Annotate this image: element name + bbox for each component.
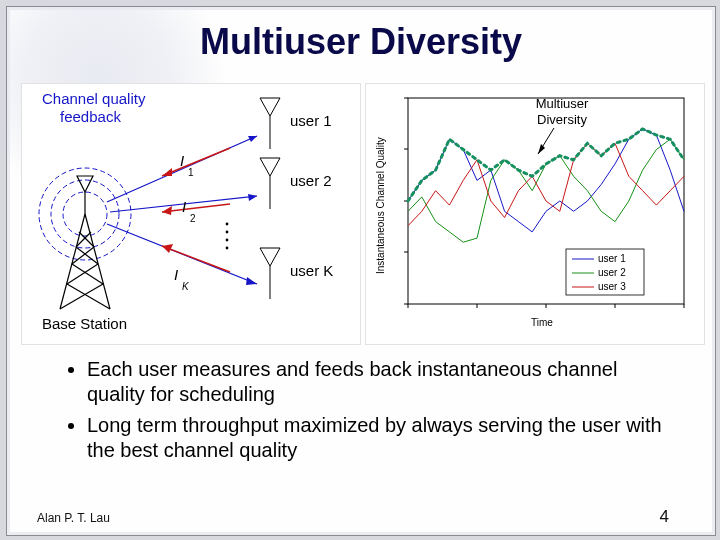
base-station-label: Base Station bbox=[42, 315, 127, 332]
bullet-1: Each user measures and feeds back instan… bbox=[87, 357, 671, 407]
user-2-label: user 2 bbox=[290, 172, 332, 189]
svg-line-20 bbox=[162, 246, 230, 272]
author-footer: Alan P. T. Lau bbox=[37, 511, 110, 525]
link-sub-2: 2 bbox=[190, 213, 196, 224]
svg-line-6 bbox=[162, 148, 230, 176]
slide: Multiuser Diversity Channel quality feed… bbox=[6, 6, 716, 536]
antenna-icon bbox=[260, 98, 280, 149]
link-label-k: I bbox=[174, 266, 178, 283]
user-1-label: user 1 bbox=[290, 112, 332, 129]
link-sub-k: K bbox=[182, 281, 190, 292]
svg-marker-21 bbox=[162, 244, 173, 253]
user-2-group: I 2 user 2 bbox=[110, 158, 332, 224]
x-ticks bbox=[408, 304, 684, 308]
svg-point-16 bbox=[226, 239, 229, 242]
svg-marker-7 bbox=[162, 168, 172, 176]
slide-title: Multiuser Diversity bbox=[7, 21, 715, 63]
annotation-arrowhead bbox=[538, 144, 545, 154]
series-user-3 bbox=[408, 143, 684, 225]
legend-1: user 1 bbox=[598, 253, 626, 264]
svg-marker-19 bbox=[246, 277, 257, 285]
annotation-line2: Diversity bbox=[537, 112, 587, 127]
y-axis-label: Instantaneous Channel Quality bbox=[375, 137, 386, 274]
x-axis-label: Time bbox=[531, 317, 553, 328]
svg-marker-10 bbox=[248, 194, 257, 201]
base-station-icon bbox=[39, 168, 131, 309]
left-diagram-svg: Channel quality feedback bbox=[22, 84, 360, 342]
figures-row: Channel quality feedback bbox=[21, 83, 703, 345]
right-chart-svg: Instantaneous Channel Quality Time Multi… bbox=[366, 84, 704, 342]
feedback-label-line2: feedback bbox=[60, 108, 121, 125]
legend: user 1 user 2 user 3 bbox=[566, 249, 644, 295]
left-diagram-panel: Channel quality feedback bbox=[21, 83, 361, 345]
user-k-label: user K bbox=[290, 262, 333, 279]
feedback-label-line1: Channel quality bbox=[42, 90, 146, 107]
link-sub-1: 1 bbox=[188, 167, 194, 178]
antenna-icon bbox=[260, 248, 280, 299]
bullet-2: Long term throughput maximized by always… bbox=[87, 413, 671, 463]
page-number: 4 bbox=[660, 507, 669, 527]
antenna-icon bbox=[260, 158, 280, 209]
ellipsis-icon bbox=[226, 223, 229, 250]
legend-2: user 2 bbox=[598, 267, 626, 278]
svg-line-4 bbox=[107, 136, 257, 202]
svg-marker-12 bbox=[162, 206, 172, 215]
svg-point-14 bbox=[226, 223, 229, 226]
series-user-1 bbox=[408, 129, 684, 232]
link-label-1: I bbox=[180, 152, 184, 169]
user-k-group: I K user K bbox=[107, 224, 333, 299]
svg-point-15 bbox=[226, 231, 229, 234]
svg-point-17 bbox=[226, 247, 229, 250]
bullet-list: Each user measures and feeds back instan… bbox=[61, 357, 671, 469]
link-label-2: I bbox=[182, 198, 186, 215]
right-chart-panel: Instantaneous Channel Quality Time Multi… bbox=[365, 83, 705, 345]
annotation-line1: Multiuser bbox=[536, 96, 589, 111]
legend-3: user 3 bbox=[598, 281, 626, 292]
